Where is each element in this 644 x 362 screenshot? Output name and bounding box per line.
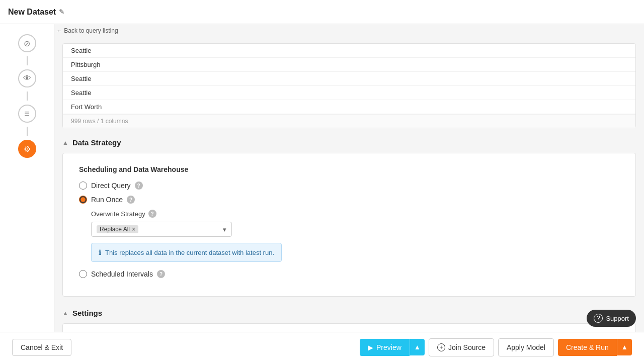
settings-section: ▲ Settings Dataset Name* ? Categories ? (62, 303, 636, 332)
scheduled-intervals-radio[interactable] (79, 270, 87, 278)
tag-close-icon[interactable]: × (132, 226, 135, 233)
sidebar: ⊘ 👁 ≡ ⚙ (0, 24, 54, 362)
overwrite-label-text: Overwrite Strategy (91, 210, 145, 218)
data-strategy-title: Data Strategy (72, 138, 121, 147)
footer-text: 999 rows / 1 columns (71, 118, 128, 125)
info-icon: ℹ (99, 248, 101, 256)
preview-dropdown-button[interactable]: ▲ (410, 339, 425, 355)
data-strategy-body: Scheduling and Data Warehouse Direct Que… (62, 153, 636, 297)
direct-query-label: Direct Query (91, 182, 131, 190)
direct-query-radio[interactable] (79, 182, 87, 190)
settings-collapse-icon: ▲ (62, 310, 68, 317)
top-bar: New Dataset ✎ (0, 0, 644, 24)
sidebar-item-2[interactable]: 👁 (0, 65, 54, 92)
create-run-button[interactable]: Create & Run (558, 339, 617, 356)
info-message: This replaces all data in the current da… (105, 249, 274, 256)
support-label: Support (606, 315, 629, 322)
play-icon: ▶ (368, 343, 373, 351)
overwrite-strategy-dropdown[interactable]: Replace All × ▾ (91, 222, 232, 237)
chevron-down-icon: ▾ (223, 226, 226, 233)
preview-button[interactable]: ▶ Preview (360, 339, 410, 356)
table-row: Pittsburgh (63, 58, 635, 72)
table-row: Seattle (63, 44, 635, 58)
title-text: New Dataset (8, 8, 56, 17)
preview-table: Seattle Pittsburgh Seattle Seattle Fort … (63, 44, 635, 114)
data-preview-card: Seattle Pittsburgh Seattle Seattle Fort … (62, 43, 636, 128)
settings-header[interactable]: ▲ Settings (62, 303, 636, 323)
settings-body: Dataset Name* ? Categories ? (62, 323, 636, 332)
table-row: Seattle (63, 86, 635, 100)
scheduled-intervals-label: Scheduled Intervals (91, 270, 153, 278)
dropdown-wrapper: Replace All × ▾ (91, 222, 619, 237)
main-content: Seattle Pittsburgh Seattle Seattle Fort … (54, 24, 644, 332)
join-source-button[interactable]: + Join Source (429, 338, 494, 356)
sidebar-item-1[interactable]: ⊘ (0, 30, 54, 56)
bottom-bar: Cancel & Exit ▶ Preview ▲ + Join Source … (0, 332, 644, 362)
collapse-icon: ▲ (62, 139, 68, 146)
data-strategy-header[interactable]: ▲ Data Strategy (62, 132, 636, 153)
overwrite-help-icon[interactable]: ? (148, 210, 156, 218)
plus-circle-icon: + (437, 343, 445, 351)
join-source-label: Join Source (448, 343, 486, 351)
page-title: New Dataset ✎ (8, 8, 64, 17)
info-box: ℹ This replaces all data in the current … (91, 243, 282, 262)
sidebar-item-3[interactable]: ≡ (0, 101, 54, 127)
sidebar-circle-1: ⊘ (18, 34, 36, 52)
sidebar-circle-2: 👁 (18, 69, 36, 87)
chevron-up-icon: ▲ (414, 343, 421, 351)
preview-label: Preview (376, 343, 401, 351)
run-once-help-icon[interactable]: ? (127, 196, 135, 204)
scheduled-intervals-option[interactable]: Scheduled Intervals ? (79, 270, 619, 278)
support-button[interactable]: ? Support (587, 310, 636, 327)
data-strategy-section: ▲ Data Strategy Scheduling and Data Ware… (62, 132, 636, 297)
chevron-up-icon-2: ▲ (621, 343, 628, 351)
settings-title: Settings (72, 309, 102, 317)
dropdown-value: Replace All (100, 226, 130, 233)
table-row: Fort Worth (63, 100, 635, 114)
sidebar-circle-3: ≡ (18, 105, 36, 123)
overwrite-strategy-label: Overwrite Strategy ? (91, 210, 619, 218)
direct-query-option[interactable]: Direct Query ? (79, 182, 619, 190)
connector-1 (27, 56, 28, 65)
create-run-dropdown-button[interactable]: ▲ (617, 339, 632, 355)
run-once-radio[interactable] (79, 196, 87, 204)
apply-model-button[interactable]: Apply Model (498, 338, 554, 356)
edit-icon[interactable]: ✎ (59, 8, 64, 16)
sidebar-item-4[interactable]: ⚙ (0, 136, 54, 162)
sidebar-circle-4: ⚙ (18, 140, 36, 158)
support-circle-icon: ? (594, 314, 603, 323)
run-once-label: Run Once (91, 196, 123, 204)
preview-footer: 999 rows / 1 columns (63, 114, 635, 128)
direct-query-help-icon[interactable]: ? (135, 182, 143, 190)
dropdown-tag: Replace All × (97, 225, 138, 233)
cancel-exit-button[interactable]: Cancel & Exit (12, 339, 71, 356)
table-row: Seattle (63, 72, 635, 86)
back-label: ← Back to query listing (56, 27, 118, 34)
back-link[interactable]: ← Back to query listing (56, 25, 118, 36)
connector-3 (27, 127, 28, 136)
action-buttons-group: ▶ Preview ▲ + Join Source Apply Model Cr… (360, 338, 632, 356)
connector-2 (27, 92, 28, 101)
run-once-option[interactable]: Run Once ? (79, 196, 619, 204)
scheduling-title: Scheduling and Data Warehouse (79, 165, 619, 173)
scheduled-intervals-help-icon[interactable]: ? (157, 270, 165, 278)
